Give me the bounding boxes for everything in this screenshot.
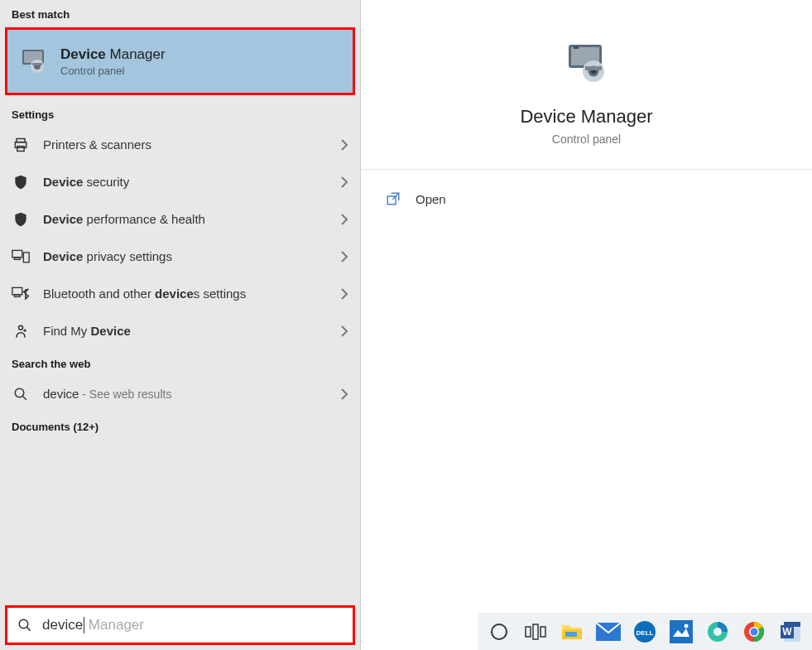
- find-icon: [12, 322, 30, 340]
- chevron-right-icon: [340, 325, 348, 337]
- chevron-right-icon: [340, 251, 348, 262]
- preview-title: Device Manager: [520, 106, 652, 128]
- svg-rect-20: [574, 46, 579, 49]
- svg-rect-31: [565, 632, 577, 637]
- chevron-right-icon: [340, 214, 348, 225]
- chrome-icon[interactable]: [741, 619, 767, 645]
- word-icon[interactable]: W: [777, 619, 804, 645]
- cortana-icon[interactable]: [486, 619, 512, 645]
- svg-point-14: [15, 388, 24, 397]
- chevron-right-icon: [340, 288, 348, 300]
- taskbar: DELL W: [478, 613, 812, 650]
- svg-rect-10: [23, 252, 29, 262]
- svg-rect-8: [12, 250, 22, 257]
- best-match-title: Device Manager: [60, 46, 166, 63]
- settings-item-1[interactable]: Device security: [0, 163, 360, 200]
- mail-icon[interactable]: [595, 619, 622, 645]
- open-icon: [386, 191, 401, 206]
- open-label: Open: [416, 192, 446, 206]
- file-explorer-icon[interactable]: [559, 619, 585, 645]
- svg-line-17: [26, 627, 31, 631]
- svg-rect-27: [526, 627, 531, 637]
- svg-rect-4: [32, 63, 42, 65]
- svg-rect-11: [12, 287, 22, 294]
- svg-rect-35: [670, 620, 693, 643]
- settings-item-label: Device privacy settings: [43, 249, 340, 263]
- svg-rect-24: [585, 66, 602, 70]
- search-icon: [17, 618, 32, 633]
- open-action[interactable]: Open: [361, 185, 812, 213]
- search-icon: [12, 385, 30, 403]
- svg-point-41: [751, 628, 758, 635]
- best-match-device-manager[interactable]: Device Manager Control panel: [5, 27, 355, 95]
- privacy-icon: [12, 248, 30, 266]
- device-manager-icon: [564, 40, 610, 86]
- svg-point-26: [492, 624, 507, 639]
- svg-rect-9: [14, 257, 20, 259]
- settings-item-label: Device performance & health: [43, 212, 340, 226]
- dell-icon[interactable]: DELL: [632, 619, 658, 645]
- chevron-right-icon: [340, 388, 348, 400]
- svg-point-16: [19, 619, 28, 628]
- chevron-right-icon: [340, 176, 348, 188]
- shield-icon: [12, 210, 30, 229]
- svg-point-36: [685, 624, 689, 628]
- bluetooth-icon: [12, 285, 30, 303]
- settings-item-3[interactable]: Device privacy settings: [0, 238, 360, 275]
- settings-item-label: Bluetooth and other devices settings: [43, 286, 340, 301]
- preview-subtitle: Control panel: [552, 132, 621, 146]
- settings-item-0[interactable]: Printers & scanners: [0, 126, 360, 163]
- web-result-label: device - See web results: [43, 387, 340, 401]
- shield-icon: [12, 173, 30, 191]
- best-match-header: Best match: [0, 0, 360, 26]
- search-results-pane: Best match Device Manager Control panel …: [0, 0, 360, 650]
- settings-list: Printers & scannersDevice securityDevice…: [0, 126, 360, 349]
- preview-pane: Device Manager Control panel Open: [360, 0, 812, 650]
- printer-icon: [12, 136, 30, 154]
- settings-item-5[interactable]: Find My Device: [0, 312, 360, 349]
- web-result-device[interactable]: device - See web results: [0, 375, 360, 412]
- task-view-icon[interactable]: [522, 619, 549, 645]
- search-text: device Manager: [42, 617, 144, 634]
- photos-icon[interactable]: [668, 619, 694, 645]
- svg-line-15: [22, 396, 26, 400]
- best-match-subtitle: Control panel: [60, 65, 166, 77]
- svg-text:W: W: [782, 626, 792, 638]
- settings-item-label: Device security: [43, 175, 340, 189]
- edge-icon[interactable]: [704, 619, 731, 645]
- svg-point-13: [19, 325, 23, 330]
- settings-header: Settings: [0, 100, 360, 126]
- chevron-right-icon: [340, 139, 348, 151]
- settings-item-4[interactable]: Bluetooth and other devices settings: [0, 275, 360, 312]
- svg-rect-12: [14, 294, 20, 296]
- settings-item-label: Printers & scanners: [43, 137, 340, 152]
- svg-rect-28: [533, 624, 538, 639]
- svg-rect-29: [541, 627, 545, 637]
- documents-header: Documents (12+): [0, 412, 360, 438]
- search-input[interactable]: device Manager: [5, 605, 355, 645]
- svg-point-38: [714, 628, 722, 636]
- device-manager-icon: [19, 46, 49, 76]
- search-web-header: Search the web: [0, 349, 360, 375]
- settings-item-label: Find My Device: [43, 324, 340, 338]
- svg-text:DELL: DELL: [637, 629, 654, 637]
- settings-item-2[interactable]: Device performance & health: [0, 200, 360, 238]
- svg-rect-7: [17, 146, 24, 151]
